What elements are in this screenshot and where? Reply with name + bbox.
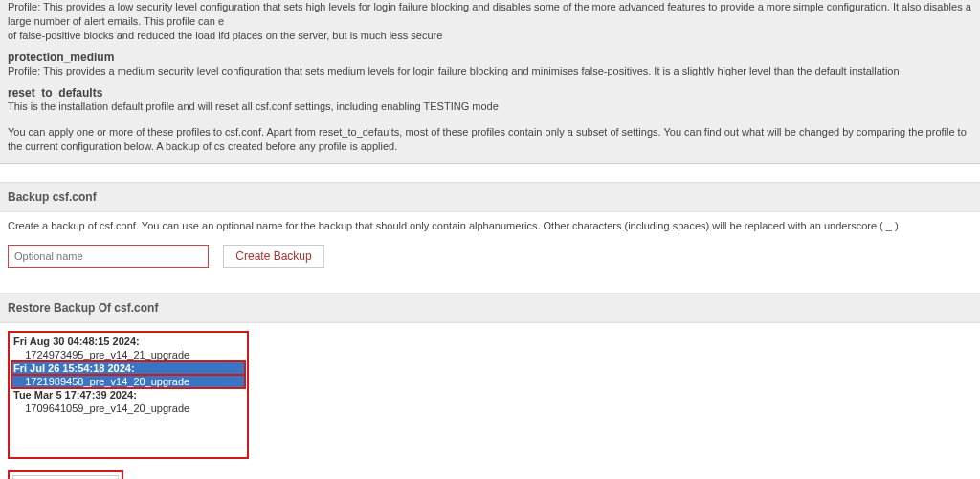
restore-backup-button[interactable]: Restore Backup (12, 475, 119, 479)
restore-option-head[interactable]: Fri Jul 26 15:54:18 2024: (11, 361, 245, 375)
restore-option-sub[interactable]: 1709641059_pre_v14_20_upgrade (11, 402, 245, 415)
apply-profiles-note: You can apply one or more of these profi… (8, 125, 972, 154)
backup-text: Create a backup of csf.conf. You can use… (8, 220, 972, 231)
profile-low-desc-2: of false-positive blocks and reduced the… (8, 29, 972, 43)
profile-low-desc-1: Profile: This provides a low security le… (8, 0, 972, 29)
profile-medium-name: protection_medium (8, 51, 972, 64)
profile-medium-desc: Profile: This provides a medium security… (8, 64, 972, 78)
profile-reset-name: reset_to_defaults (8, 86, 972, 99)
create-backup-button[interactable]: Create Backup (223, 245, 323, 268)
backup-heading: Backup csf.conf (0, 182, 980, 212)
restore-option-sub[interactable]: 1721989458_pre_v14_20_upgrade (11, 375, 245, 388)
profile-reset-desc: This is the installation default profile… (8, 99, 972, 114)
restore-option-head[interactable]: Fri Aug 30 04:48:15 2024: (11, 335, 245, 348)
restore-option-sub[interactable]: 1724973495_pre_v14_21_upgrade (11, 348, 245, 361)
restore-heading: Restore Backup Of csf.conf (0, 293, 980, 323)
restore-backup-list[interactable]: Fri Aug 30 04:48:15 2024: 1724973495_pre… (8, 331, 249, 459)
backup-name-input[interactable] (8, 245, 209, 268)
restore-option-head[interactable]: Tue Mar 5 17:47:39 2024: (11, 388, 245, 402)
